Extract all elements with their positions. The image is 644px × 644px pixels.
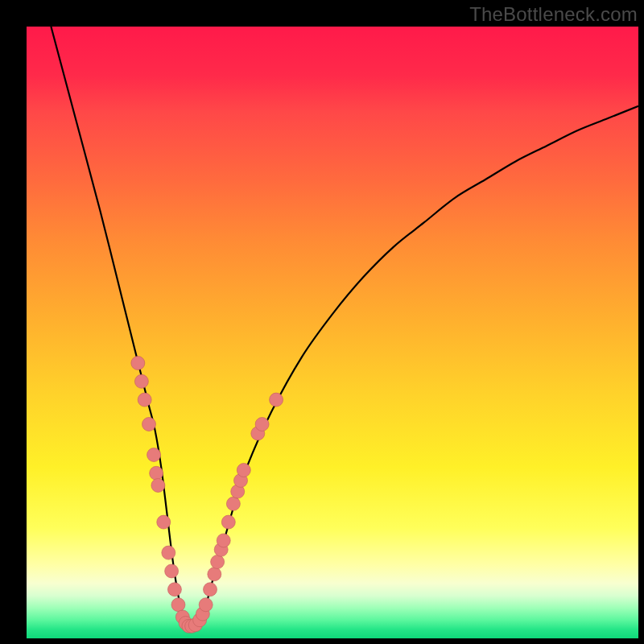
data-marker xyxy=(270,393,283,407)
data-marker xyxy=(167,583,181,597)
data-marker xyxy=(165,564,179,578)
data-marker xyxy=(142,418,156,431)
data-marker xyxy=(237,464,250,477)
curve-line xyxy=(51,27,638,627)
data-marker xyxy=(171,598,185,612)
data-marker xyxy=(134,374,148,388)
data-marker xyxy=(221,515,235,529)
curve-path xyxy=(51,27,638,627)
data-marker xyxy=(138,393,151,407)
watermark-text: TheBottleneck.com xyxy=(469,3,638,26)
data-marker xyxy=(150,466,163,480)
data-marker xyxy=(226,497,240,510)
data-marker xyxy=(199,598,213,612)
data-marker xyxy=(208,568,221,581)
data-marker xyxy=(162,546,175,559)
chart-svg xyxy=(27,27,638,638)
data-marker xyxy=(255,418,269,431)
data-marker xyxy=(157,515,171,529)
plot-area xyxy=(27,27,638,638)
data-marker xyxy=(147,448,161,462)
data-marker xyxy=(217,534,230,547)
data-marker xyxy=(211,555,225,569)
data-marker xyxy=(204,583,217,597)
data-marker xyxy=(131,357,145,370)
data-marker xyxy=(151,479,165,493)
data-markers xyxy=(131,357,283,634)
chart-frame: TheBottleneck.com xyxy=(0,0,644,644)
